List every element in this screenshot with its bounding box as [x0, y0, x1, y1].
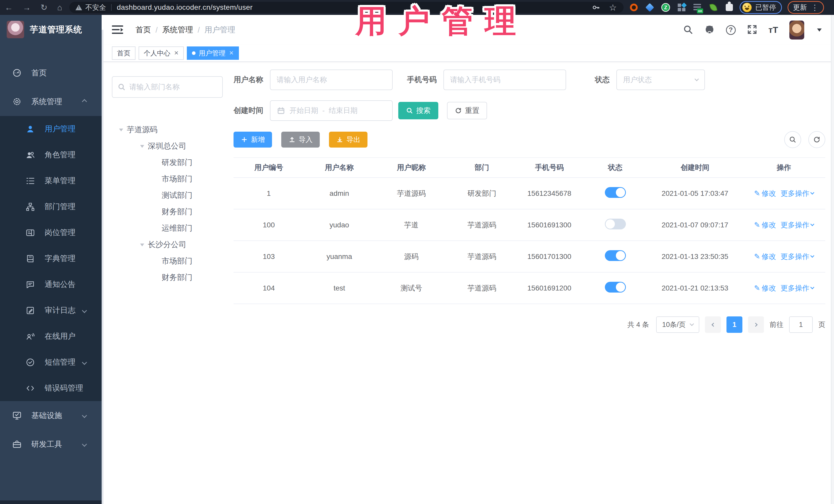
tree-node[interactable]: 市场部门	[112, 171, 223, 187]
page-size-select[interactable]: 10条/页	[656, 316, 699, 333]
date-range-picker[interactable]: 开始日期 - 结束日期	[270, 100, 393, 121]
forward-icon[interactable]: →	[23, 3, 31, 12]
show-search-button[interactable]	[784, 131, 801, 148]
help-icon[interactable]: ?	[726, 25, 736, 35]
cell-user-id: 104	[234, 284, 304, 292]
chevron-down-icon	[82, 308, 87, 313]
fullscreen-icon[interactable]	[747, 24, 757, 36]
sidebar-item-dict[interactable]: 字典管理	[0, 246, 102, 271]
user-avatar[interactable]	[789, 21, 804, 40]
tags-view-bar: 首页个人中心✕用户管理✕	[102, 45, 834, 62]
edit-link[interactable]: ✎修改	[754, 189, 776, 198]
extension-ring-icon[interactable]	[629, 3, 638, 12]
sidebar-item-online-user[interactable]: 在线用户	[0, 323, 102, 349]
refresh-icon[interactable]: ↻	[41, 3, 47, 12]
sidebar-item-home[interactable]: 首页	[0, 59, 102, 87]
caret-down-icon[interactable]	[817, 28, 822, 31]
close-tab-icon[interactable]: ✕	[174, 50, 179, 57]
home-icon[interactable]: ⌂	[57, 3, 62, 12]
import-button[interactable]: 导入	[281, 132, 320, 148]
column-header: 用户名称	[304, 163, 375, 172]
caret-down-icon	[140, 243, 144, 248]
sidebar-item-infra[interactable]: 基础设施	[0, 401, 102, 430]
breadcrumb-system[interactable]: 系统管理	[162, 25, 193, 35]
mobile-input[interactable]	[450, 76, 559, 84]
sidebar-item-sms[interactable]: 短信管理	[0, 349, 102, 375]
prev-page-button[interactable]	[705, 316, 721, 333]
column-header: 操作	[742, 163, 825, 172]
sidebar-item-audit-log[interactable]: 审计日志	[0, 298, 102, 323]
sidebar-item-user[interactable]: 用户管理	[0, 116, 102, 142]
edit-link[interactable]: ✎修改	[754, 252, 776, 262]
search-icon[interactable]	[683, 24, 693, 36]
sidebar-item-error-code[interactable]: 错误码管理	[0, 375, 102, 401]
close-tab-icon[interactable]: ✕	[229, 50, 234, 57]
table-row: 103yuanma源码芋道源码156017013002021-01-13 23:…	[234, 241, 825, 272]
breadcrumb-home[interactable]: 首页	[135, 25, 151, 35]
tab-2[interactable]: 用户管理✕	[187, 46, 239, 60]
username-input[interactable]	[277, 76, 386, 84]
status-toggle[interactable]	[605, 250, 626, 261]
more-actions-link[interactable]: 更多操作	[781, 252, 814, 262]
more-actions-link[interactable]: 更多操作	[781, 283, 814, 293]
extension-leaf-icon[interactable]	[709, 3, 718, 12]
tab-1[interactable]: 个人中心✕	[138, 46, 184, 60]
more-actions-link[interactable]: 更多操作	[781, 189, 814, 198]
sidebar-item-system[interactable]: 系统管理	[0, 87, 102, 116]
sidebar-scrollbar[interactable]	[102, 30, 104, 504]
tree-node[interactable]: 运维部门	[112, 220, 223, 236]
table-row: 1admin芋道源码研发部门156123456782021-01-05 17:0…	[234, 178, 825, 210]
refresh-table-button[interactable]	[808, 131, 825, 148]
sidebar-item-dept[interactable]: 部门管理	[0, 194, 102, 220]
font-size-icon[interactable]: тT	[769, 25, 778, 35]
edit-link[interactable]: ✎修改	[754, 283, 776, 293]
sidebar-item-menu[interactable]: 菜单管理	[0, 168, 102, 194]
next-page-button[interactable]	[748, 316, 764, 333]
tree-node[interactable]: 财务部门	[112, 203, 223, 220]
status-toggle[interactable]	[605, 187, 626, 198]
key-icon[interactable]	[591, 3, 600, 12]
reset-button[interactable]: 重置	[447, 102, 487, 119]
sidebar-item-dev-tools[interactable]: 研发工具	[0, 430, 102, 459]
tree-node[interactable]: 研发部门	[112, 154, 223, 171]
goto-page-input[interactable]	[789, 316, 813, 333]
tree-node[interactable]: 芋道源码	[112, 122, 223, 138]
sidebar-item-notice[interactable]: 通知公告	[0, 271, 102, 298]
search-button[interactable]: 搜索	[398, 102, 438, 119]
more-actions-link[interactable]: 更多操作	[781, 220, 814, 230]
add-button[interactable]: 新增	[234, 132, 272, 148]
tree-node[interactable]: 市场部门	[112, 253, 223, 269]
tree-node[interactable]: 财务部门	[112, 269, 223, 286]
profile-paused-badge[interactable]: 已暂停	[740, 1, 782, 14]
extension-green-icon[interactable]: Z	[661, 3, 670, 12]
edit-link[interactable]: ✎修改	[754, 220, 776, 230]
collapse-sidebar-icon[interactable]	[112, 25, 123, 35]
browser-update-button[interactable]: 更新 ⋮	[788, 1, 824, 14]
dept-search-input[interactable]	[129, 83, 217, 91]
extension-list-icon[interactable]: on	[693, 3, 702, 12]
cell-created: 2021-01-21 02:13:53	[648, 284, 742, 292]
window-scrollbar[interactable]	[831, 15, 834, 504]
cell-username: admin	[304, 190, 375, 198]
current-page[interactable]: 1	[726, 316, 742, 333]
logo-row[interactable]: 芋道管理系统	[0, 15, 102, 44]
extension-grid-icon[interactable]	[677, 3, 686, 12]
status-toggle[interactable]	[605, 282, 626, 292]
status-select[interactable]: 用户状态	[616, 69, 705, 90]
github-icon[interactable]	[704, 24, 715, 36]
tree-node[interactable]: 测试部门	[112, 187, 223, 203]
tab-0[interactable]: 首页	[112, 46, 135, 60]
sidebar-item-role[interactable]: 角色管理	[0, 142, 102, 168]
export-button[interactable]: 导出	[329, 132, 368, 148]
status-toggle[interactable]	[605, 219, 626, 229]
sidebar-item-post[interactable]: 岗位管理	[0, 220, 102, 246]
tree-node[interactable]: 长沙分公司	[112, 236, 223, 253]
chevron-down-icon	[82, 413, 87, 418]
address-bar[interactable]: 不安全 dashboard.yudao.iocoder.cn/system/us…	[69, 2, 623, 13]
tree-node[interactable]: 深圳总公司	[112, 138, 223, 154]
kebab-menu-icon[interactable]: ⋮	[811, 3, 819, 12]
back-icon[interactable]: ←	[5, 3, 13, 12]
extension-gem-icon[interactable]	[645, 3, 654, 12]
bookmark-star-icon[interactable]: ☆	[608, 3, 617, 12]
puzzle-icon[interactable]	[725, 3, 734, 12]
